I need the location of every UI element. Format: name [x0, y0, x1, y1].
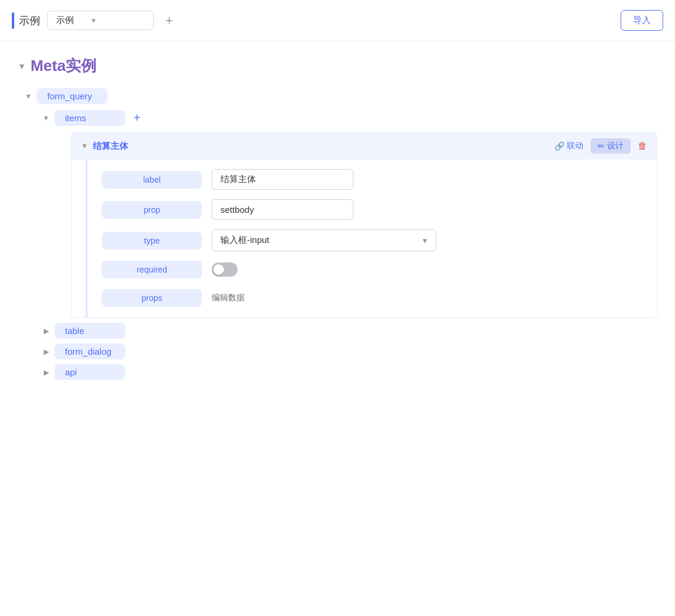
field-key-prop: prop — [102, 201, 202, 219]
jiesuan-card-chevron: ▼ — [81, 142, 88, 150]
chevron-down-icon: ▾ — [92, 16, 96, 25]
field-row-label: label — [102, 169, 642, 190]
form-query-row[interactable]: ▼ form_query — [24, 88, 657, 104]
tree: ▼ form_query ▼ items + ▼ — [18, 88, 657, 380]
design-action-button[interactable]: ✏ 设计 — [590, 138, 631, 154]
jiesuan-card: ▼ 结算主体 🔗 联动 ✏ 设计 — [71, 132, 657, 318]
tree-item-api: ▶ api — [24, 364, 657, 380]
field-row-type: type 输入框-input ▾ — [102, 229, 642, 251]
required-toggle[interactable] — [212, 262, 238, 277]
brand-title: 示例 — [19, 14, 40, 28]
section-collapse-icon[interactable]: ▼ — [18, 61, 26, 71]
jiesuan-card-title: 结算主体 — [93, 141, 550, 152]
jiesuan-level: ▼ 结算主体 🔗 联动 ✏ 设计 — [41, 132, 657, 318]
items-level: ▼ items + ▼ 结算主体 🔗 — [24, 110, 657, 318]
field-key-type: type — [102, 232, 202, 249]
import-button[interactable]: 导入 — [621, 10, 663, 31]
api-chevron: ▶ — [41, 368, 51, 377]
table-row[interactable]: ▶ table — [41, 323, 657, 339]
section-header: ▼ Meta实例 — [18, 56, 657, 76]
items-chevron: ▼ — [41, 114, 51, 122]
link-icon: 🔗 — [554, 141, 564, 151]
instance-select[interactable]: 示例 ▾ — [47, 11, 154, 30]
main-content: ▼ Meta实例 ▼ form_query ▼ items + — [0, 41, 675, 399]
field-row-props: props 编辑数据 — [102, 288, 642, 308]
form-dialog-label[interactable]: form_dialog — [54, 343, 125, 359]
section-title: Meta实例 — [31, 56, 96, 76]
table-label[interactable]: table — [54, 323, 125, 339]
type-select-value: 输入框-input — [220, 235, 270, 246]
field-value-prop-input[interactable] — [212, 199, 353, 220]
field-value-props-text[interactable]: 编辑数据 — [212, 288, 245, 308]
brand: 示例 — [12, 12, 40, 29]
field-key-props: props — [102, 289, 202, 307]
design-label: 设计 — [607, 141, 624, 151]
api-row[interactable]: ▶ api — [41, 364, 657, 380]
add-tab-button[interactable]: + — [161, 11, 178, 31]
app-header: 示例 示例 ▾ + 导入 — [0, 0, 675, 41]
design-pen-icon: ✏ — [598, 141, 605, 151]
field-key-required: required — [102, 261, 202, 278]
field-key-label: label — [102, 171, 202, 189]
link-action-button[interactable]: 🔗 联动 — [554, 141, 583, 151]
toggle-knob — [213, 264, 224, 275]
field-value-type-select[interactable]: 输入框-input ▾ — [212, 229, 436, 251]
brand-bar — [12, 12, 14, 29]
api-label[interactable]: api — [54, 364, 125, 380]
items-row: ▼ items + — [41, 110, 657, 126]
form-dialog-chevron: ▶ — [41, 348, 51, 356]
field-row-prop: prop — [102, 199, 642, 220]
detail-fields: label prop type — [86, 160, 657, 317]
card-actions: 🔗 联动 ✏ 设计 🗑 — [554, 138, 647, 154]
form-query-label[interactable]: form_query — [37, 88, 108, 104]
link-label: 联动 — [567, 141, 583, 151]
type-select-chevron: ▾ — [423, 235, 427, 246]
items-add-button[interactable]: + — [130, 110, 144, 126]
form-query-chevron: ▼ — [24, 92, 33, 100]
jiesuan-card-header: ▼ 结算主体 🔗 联动 ✏ 设计 — [72, 132, 657, 160]
delete-action-button[interactable]: 🗑 — [638, 141, 647, 151]
field-value-label-input[interactable] — [212, 169, 353, 190]
field-row-required: required — [102, 261, 642, 278]
form-dialog-row[interactable]: ▶ form_dialog — [41, 343, 657, 359]
tree-item-form-query: ▼ form_query ▼ items + ▼ — [24, 88, 657, 318]
tree-item-form-dialog: ▶ form_dialog — [24, 343, 657, 359]
tree-item-table: ▶ table — [24, 323, 657, 339]
items-label[interactable]: items — [54, 110, 125, 126]
items-node-row[interactable]: ▼ items — [41, 110, 125, 126]
table-chevron: ▶ — [41, 327, 51, 335]
instance-select-label: 示例 — [56, 15, 74, 26]
